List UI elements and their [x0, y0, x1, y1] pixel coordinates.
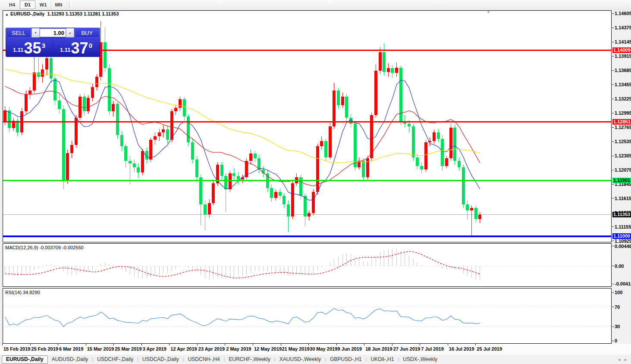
date-axis-tick	[392, 344, 392, 345]
date-axis-tick	[197, 344, 198, 345]
date-axis-label: 7 Jul 2019	[421, 346, 444, 351]
date-axis-tick	[253, 344, 253, 345]
main-chart-panel: ▲EURUSD-,Daily 1.11293 1.11353 1.11281 1…	[0, 9, 631, 242]
sell-price-button[interactable]: 1.11 35 3	[6, 38, 52, 56]
date-axis-tick	[58, 344, 58, 345]
chart-tab-eurchf-weekly[interactable]: EURCHF-,Weekly	[225, 356, 274, 363]
chart-shift-marker-icon[interactable]: ▼	[486, 9, 491, 15]
chart-tab-bar: EURUSD-,DailyAUDUSD-,Daily|USDCHF-,Daily…	[0, 355, 631, 364]
macd-axis-tick	[612, 266, 614, 266]
date-axis-tick	[308, 344, 309, 345]
date-axis-label: 12 May 2019	[254, 346, 282, 351]
price-axis-tick	[612, 127, 614, 128]
macd-axis-label: 0.00	[615, 264, 624, 269]
macd-axis-tick	[612, 284, 614, 284]
date-axis-tick	[475, 344, 476, 345]
date-axis-tick	[225, 344, 225, 345]
macd-panel: MACD(12,26,9) -0.003709 -0.002550 0.0044…	[0, 243, 631, 287]
chart-tab-audusd-daily[interactable]: AUDUSD-,Daily	[48, 356, 92, 363]
price-axis-label: 1.12075	[615, 167, 631, 173]
date-axis-label: 23 Apr 2019	[198, 346, 225, 351]
collapse-panel-icon[interactable]: ▲	[5, 13, 9, 16]
price-axis-tick	[612, 28, 614, 28]
rsi-chart[interactable]	[3, 288, 612, 344]
volume-decrease-button[interactable]: ▼	[31, 28, 40, 38]
tabs-scroll-right-icon[interactable]: ▸	[625, 357, 627, 362]
timeframe-button-d1[interactable]: D1	[20, 0, 35, 9]
sell-price-prefix: 1.11	[13, 47, 24, 53]
price-axis-label: 1.14605	[615, 11, 631, 16]
date-axis-label: 3 Apr 2019	[143, 346, 166, 351]
tabs-scroll-left-icon[interactable]: ◂	[618, 357, 620, 362]
date-axis-label: 12 Apr 2019	[170, 346, 197, 351]
rsi-axis-tick	[612, 307, 614, 307]
date-axis-label: 9 Jun 2019	[338, 346, 362, 351]
date-axis-tick	[420, 344, 420, 345]
chart-tab-xauusd-weekly[interactable]: XAUUSD-,Weekly	[276, 356, 325, 363]
price-level-badge: 1.11901	[612, 178, 631, 183]
rsi-axis: 10070300	[612, 289, 631, 343]
price-axis-label: 1.13915	[615, 53, 631, 59]
price-axis-tick	[612, 70, 614, 71]
date-axis-label: 25 Jul 2019	[477, 346, 502, 351]
price-axis-tick	[612, 56, 614, 56]
timeframe-button-w1[interactable]: W1	[35, 0, 51, 9]
price-axis-tick	[612, 141, 614, 142]
price-level-badge: 1.11353	[612, 212, 631, 217]
price-axis-label: 1.11155	[615, 224, 631, 229]
price-axis-label: 1.12535	[615, 139, 631, 144]
chart-tab-usdcad-daily[interactable]: USDCAD-,Daily	[138, 356, 183, 363]
chart-tab-gbpusd-h1[interactable]: GBPUSD-,H1	[326, 356, 365, 363]
price-axis-label: 1.12305	[615, 153, 631, 158]
date-axis-label: 21 May 2019	[282, 346, 310, 351]
chart-tab-usdchf-daily[interactable]: USDCHF-,Daily	[93, 356, 137, 363]
chart-title: ▲EURUSD-,Daily 1.11293 1.11353 1.11281 1…	[5, 11, 119, 16]
chart-symbol-label: EURUSD-,Daily	[10, 11, 44, 16]
price-axis-label: 1.13685	[615, 68, 631, 73]
buy-price-button[interactable]: 1.11 37 0	[53, 38, 99, 56]
macd-chart[interactable]	[3, 243, 612, 287]
price-axis-label: 1.12765	[615, 125, 631, 130]
price-axis-label: 1.13455	[615, 82, 631, 87]
date-axis-label: 25 Mar 2019	[115, 346, 141, 351]
price-axis-label: 1.13225	[615, 96, 631, 101]
chart-tab-usdx-weekly[interactable]: USDX-,Weekly	[399, 356, 441, 363]
timeframe-button-h4[interactable]: H4	[4, 0, 20, 9]
price-axis-label: 1.14375	[615, 25, 631, 30]
price-axis-tick	[612, 42, 614, 42]
date-axis: 15 Feb 201925 Feb 20196 Mar 201915 Mar 2…	[0, 344, 631, 355]
date-axis-label: 25 Feb 2019	[31, 346, 58, 351]
chart-tab-usdcnh-h4[interactable]: USDCNH-,H4	[184, 356, 224, 363]
price-level-badge: 1.12851	[612, 119, 631, 125]
date-axis-tick	[86, 344, 86, 345]
rsi-axis-label: 70	[615, 304, 620, 310]
rsi-panel: RSI(14) 34.8290 10070300	[0, 288, 631, 344]
chart-tab-eurusd-daily[interactable]: EURUSD-,Daily	[2, 355, 48, 364]
date-axis-label: 27 Jun 2019	[393, 346, 420, 351]
price-axis-tick	[612, 13, 614, 14]
macd-axis-label: 0.004484	[615, 244, 631, 249]
date-axis-label: 18 Jun 2019	[365, 346, 392, 351]
volume-input[interactable]	[40, 28, 66, 37]
price-axis: 1.146051.143751.141451.139151.136851.134…	[612, 11, 631, 242]
date-axis-label: 2 May 2019	[226, 346, 251, 351]
rsi-axis-tick	[612, 326, 614, 327]
rsi-axis-tick	[612, 292, 614, 293]
timeframe-button-mn[interactable]: MN	[51, 0, 66, 9]
date-axis-label: 16 Jul 2019	[449, 346, 474, 351]
chart-ohlc-values: 1.11293 1.11353 1.11281 1.11353	[47, 11, 119, 16]
volume-increase-button[interactable]: ▲	[66, 28, 74, 38]
date-axis-tick	[336, 344, 337, 345]
date-axis-tick	[364, 344, 364, 345]
buy-button[interactable]: BUY	[75, 28, 100, 38]
one-click-trading-panel: SELL ▼ ▲ BUY 1.11 35 3 1.11 37 0	[6, 28, 100, 57]
price-axis-tick	[612, 156, 614, 156]
date-axis-tick	[448, 344, 448, 345]
buy-price-main: 37	[71, 41, 88, 56]
sell-button[interactable]: SELL	[6, 28, 31, 38]
chart-tab-ukoil-h1[interactable]: UKOil-,H1	[367, 356, 398, 363]
rsi-axis-label: 0	[615, 338, 617, 343]
rsi-axis-tick	[612, 341, 614, 341]
price-axis-tick	[612, 184, 614, 185]
price-axis-tick	[612, 99, 614, 99]
